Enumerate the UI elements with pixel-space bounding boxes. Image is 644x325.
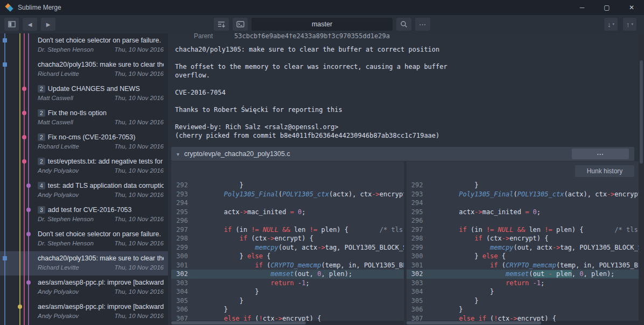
maximize-button[interactable]: ▢ — [594, 0, 619, 15]
locations-button[interactable] — [4, 18, 19, 31]
commit-row[interactable]: 2test/evptests.txt: add negative tests f… — [33, 154, 168, 179]
code-token: -> — [552, 244, 560, 251]
line-number: 301 — [407, 261, 428, 270]
pull-button[interactable]: ↓ ▾ — [604, 18, 618, 31]
commit-row[interactable]: Don't set choice selector on parse failu… — [33, 227, 168, 251]
code-token: encrypt — [614, 190, 639, 198]
commit-meta-line: Richard LevitteThu, 10 Nov 2016 — [38, 143, 164, 150]
diff-row: 304 } — [171, 287, 404, 296]
code-token — [193, 262, 255, 269]
forward-button[interactable]: ▶ — [41, 18, 55, 31]
window-layout-icon — [8, 21, 16, 27]
line-number: 298 — [407, 234, 428, 243]
code-token: if — [255, 262, 263, 269]
commit-message-line — [175, 114, 633, 123]
code-token — [529, 208, 533, 216]
code-token: -> — [607, 190, 614, 198]
commit-title: Fix no-cms (CVE-2016-7053) — [48, 133, 136, 141]
code-token: /* tls mode */ — [614, 226, 639, 234]
commit-row[interactable]: Don't set choice selector on parse failu… — [33, 33, 168, 58]
commit-detail-panel: Parent53cbcbf6e9abe4fe2433a89bf3c970355d… — [168, 33, 639, 325]
commit-row[interactable]: 2Fix the no-tls optionMatt CaswellThu, 1… — [33, 106, 168, 130]
push-button[interactable]: ↑ ▾ — [623, 18, 636, 31]
close-button[interactable]: ✕ — [619, 0, 644, 15]
code-token: Poly1305_Final — [459, 190, 513, 198]
code-line: } else { — [428, 252, 506, 261]
commit-title-line: 3add test for CVE-2016-7053 — [38, 206, 164, 214]
commit-row[interactable]: 4test: add TLS application data corrupti… — [33, 179, 168, 203]
code-token: CRYPTO_memcmp — [271, 262, 321, 269]
scrollbar-thumb[interactable] — [171, 321, 306, 324]
code-token: (actx), ctx — [564, 190, 606, 198]
commit-row[interactable]: 3add test for CVE-2016-7053Dr. Stephen H… — [33, 203, 168, 227]
code-line: memset(out, 0, plen); — [193, 270, 352, 279]
scrollbar-thumb[interactable] — [407, 321, 541, 324]
toolbar-more-button[interactable]: ⋯ — [415, 18, 430, 31]
collapse-triangle-icon[interactable]: ▾ — [177, 151, 179, 157]
code-token: else — [247, 252, 263, 260]
commit-author: Richard Levitte — [38, 143, 79, 150]
commit-message-line: The offset to the memory to clear was in… — [175, 62, 633, 71]
line-number: 304 — [171, 287, 193, 296]
app-logo-icon — [5, 3, 13, 12]
file-header[interactable]: ▾ crypto/evp/e_chacha20_poly1305.c ⋯ — [171, 147, 634, 161]
commit-row[interactable]: aes/asm/aesp8-ppc.pl: improve [backward]… — [33, 300, 168, 324]
code-token — [428, 244, 491, 251]
code-line: if (ctx->encrypt) { — [428, 234, 549, 243]
minimize-button[interactable]: ─ — [570, 0, 594, 15]
code-token: Poly1305_Final — [224, 190, 278, 198]
code-token: != — [251, 226, 258, 234]
code-line: } — [428, 287, 494, 296]
code-line: if (CRYPTO_memcmp(temp, in, POLY1305_BLO… — [193, 261, 404, 270]
parent-hash[interactable]: 53cbcbf6e9abe4fe2433a89bf3c970355dd1e29a — [234, 33, 390, 40]
code-token: memcpy — [255, 244, 278, 251]
line-number: 294 — [407, 199, 428, 208]
code-token: return — [271, 279, 294, 287]
code-line: return -1; — [428, 279, 545, 288]
diff-row: 303 return -1; — [171, 279, 404, 288]
commit-graph — [0, 33, 33, 325]
code-token — [193, 244, 255, 251]
commit-author: Dr. Stephen Henson — [38, 216, 94, 222]
code-token: -> — [502, 235, 509, 242]
code-line: } — [193, 296, 243, 306]
code-token: -> — [474, 208, 482, 216]
code-token: (out, actx — [278, 244, 317, 251]
code-token: /* tls mode */ — [380, 226, 404, 234]
commit-title-line: 2Fix no-cms (CVE-2016-7053) — [38, 133, 164, 141]
commit-row[interactable]: 2Fix no-cms (CVE-2016-7053)Richard Levit… — [33, 130, 168, 154]
code-token: POLY1305_ctx — [517, 190, 564, 198]
commit-row[interactable]: 2Update CHANGES and NEWSMatt CaswellThu,… — [33, 82, 168, 106]
line-number: 306 — [171, 305, 193, 314]
changed-token: plen — [552, 270, 572, 278]
branch-selector[interactable]: master — [251, 18, 393, 31]
diff-row: 302 memset(out, 0, plen); — [171, 270, 404, 279]
code-token: = — [290, 208, 294, 216]
command-palette-button[interactable] — [233, 18, 248, 31]
code-token — [294, 279, 298, 287]
commit-meta-line: Matt CaswellThu, 10 Nov 2016 — [38, 95, 164, 101]
commit-button[interactable] — [214, 18, 229, 31]
file-more-button[interactable]: ⋯ — [572, 149, 629, 159]
commit-title: aes/asm/aesp8-ppc.pl: improve [backward] — [38, 279, 164, 286]
code-line: actx->mac_inited = 0; — [193, 208, 306, 217]
line-number: 294 — [171, 199, 193, 208]
vertical-scrollbar — [639, 33, 644, 325]
line-number: 299 — [171, 243, 193, 252]
back-button[interactable]: ◀ — [23, 18, 37, 31]
commit-row[interactable]: chacha20/poly1305: make sure to clear th… — [33, 58, 168, 82]
code-line: if (ctx->encrypt) { — [193, 234, 313, 243]
search-button[interactable] — [396, 18, 411, 31]
line-number: 298 — [171, 234, 193, 243]
line-number: 297 — [171, 225, 193, 235]
code-token — [494, 226, 498, 234]
hunk-history-button[interactable]: Hunk history — [575, 165, 634, 177]
code-token: POLY1305_ctx — [282, 190, 329, 198]
commit-row[interactable]: chacha20/poly1305: make sure to clear th… — [33, 251, 168, 275]
commit-row[interactable]: aes/asm/aesp8-ppc.pl: improve [backward]… — [33, 275, 168, 300]
code-token: encrypt — [380, 190, 404, 198]
code-line: if (in != NULL && len != plen) { /* tls … — [428, 225, 639, 235]
code-token: memcpy — [490, 244, 513, 251]
scrollbar-thumb[interactable] — [640, 60, 643, 164]
commit-title: Fix the no-tls option — [48, 109, 107, 117]
